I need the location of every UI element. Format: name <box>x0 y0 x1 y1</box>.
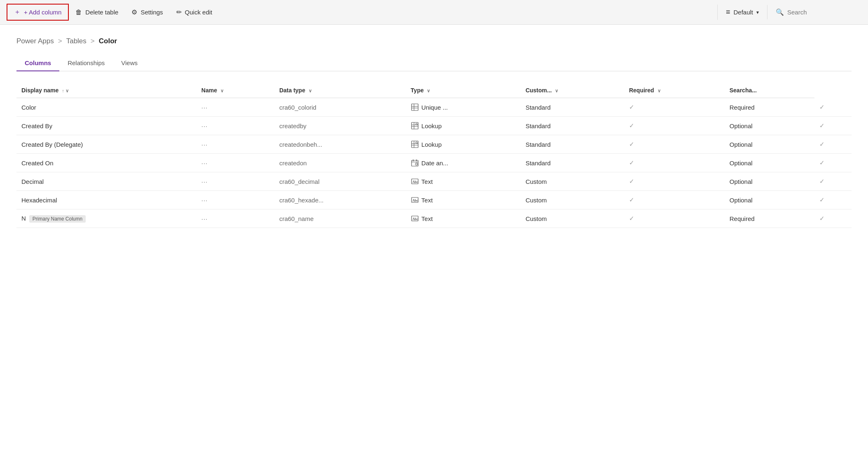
table-row: Created By···createdbyLookupStandard✓Opt… <box>16 117 852 135</box>
hamburger-icon: ≡ <box>726 8 730 16</box>
cell-custom: ✓ <box>624 154 725 172</box>
cell-custom: ✓ <box>624 172 725 191</box>
data-type-icon <box>411 122 419 130</box>
more-options-icon[interactable]: ··· <box>201 197 208 204</box>
svg-text:Abc: Abc <box>412 217 418 221</box>
breadcrumb-powerapps[interactable]: Power Apps <box>16 37 54 45</box>
cell-type: Standard <box>521 154 624 172</box>
cell-type: Standard <box>521 135 624 154</box>
cell-name: createdon <box>274 154 406 172</box>
search-input[interactable] <box>787 9 853 16</box>
display-name-text: Created On <box>21 160 54 167</box>
more-options-icon[interactable]: ··· <box>201 160 208 167</box>
data-type-icon: Abc <box>411 177 419 186</box>
tab-relationships[interactable]: Relationships <box>59 55 113 71</box>
data-type-label: Text <box>421 215 433 222</box>
custom-check-icon: ✓ <box>629 215 634 222</box>
cell-data-type: Unique ... <box>406 98 521 117</box>
searchable-check-icon: ✓ <box>819 122 825 129</box>
chevron-down-icon: ▾ <box>756 9 759 15</box>
svg-rect-0 <box>412 104 418 110</box>
cell-more-options[interactable]: ··· <box>197 98 274 117</box>
more-options-icon[interactable]: ··· <box>201 122 208 129</box>
cell-display-name: Created On <box>16 154 197 172</box>
add-column-button[interactable]: ＋ + Add column <box>7 4 69 21</box>
cell-more-options[interactable]: ··· <box>197 135 274 154</box>
svg-text:Abc: Abc <box>412 180 418 184</box>
add-column-icon: ＋ <box>14 8 21 16</box>
settings-icon: ⚙ <box>131 8 137 16</box>
required-label: Optional <box>730 141 753 148</box>
cell-more-options[interactable]: ··· <box>197 154 274 172</box>
table-header: Display name ↑ ∨ Name ∨ Data type ∨ Type… <box>16 83 852 98</box>
more-options-icon[interactable]: ··· <box>201 178 208 185</box>
col-header-required[interactable]: Required ∨ <box>624 83 725 98</box>
cell-more-options[interactable]: ··· <box>197 172 274 191</box>
data-type-icon <box>411 103 419 111</box>
display-name-text: Decimal <box>21 178 44 185</box>
cell-name: createdby <box>274 117 406 135</box>
col-header-name[interactable]: Name ∨ <box>197 83 274 98</box>
cell-name: createdonbeh... <box>274 135 406 154</box>
searchable-check-icon: ✓ <box>819 159 825 166</box>
cell-more-options[interactable]: ··· <box>197 117 274 135</box>
searchable-check-icon: ✓ <box>819 215 825 222</box>
cell-data-type: Lookup <box>406 135 521 154</box>
custom-check-icon: ✓ <box>629 103 634 110</box>
breadcrumb-tables[interactable]: Tables <box>66 37 87 45</box>
cell-required: Optional <box>725 191 815 209</box>
delete-table-button[interactable]: 🗑 Delete table <box>69 5 125 19</box>
cell-required: Optional <box>725 117 815 135</box>
col-header-searchable[interactable]: Searcha... <box>725 83 815 98</box>
default-view-button[interactable]: ≡ Default ▾ <box>718 5 767 20</box>
cell-custom: ✓ <box>624 117 725 135</box>
primary-name-badge: Primary Name Column <box>29 215 86 223</box>
required-label: Optional <box>730 122 753 129</box>
data-type-label: Date an... <box>421 160 448 167</box>
cell-more-options[interactable]: ··· <box>197 191 274 209</box>
display-name-text: Hexadecimal <box>21 197 57 204</box>
main-content: Power Apps > Tables > Color Columns Rela… <box>0 25 868 240</box>
tabs: Columns Relationships Views <box>16 55 852 71</box>
cell-type: Custom <box>521 172 624 191</box>
col-header-data-type[interactable]: Data type ∨ <box>274 83 406 98</box>
searchable-check-icon: ✓ <box>819 196 825 203</box>
quick-edit-icon: ✏ <box>176 8 182 16</box>
required-label: Optional <box>730 160 753 167</box>
more-options-icon[interactable]: ··· <box>201 215 208 222</box>
more-options-icon[interactable]: ··· <box>201 141 208 148</box>
custom-check-icon: ✓ <box>629 196 634 203</box>
col-header-custom[interactable]: Custom... ∨ <box>521 83 624 98</box>
svg-point-8 <box>416 123 417 125</box>
cell-display-name: Color <box>16 98 197 117</box>
cell-searchable: ✓ <box>814 209 852 228</box>
searchable-check-icon: ✓ <box>819 103 825 110</box>
cell-required: Optional <box>725 172 815 191</box>
custom-check-icon: ✓ <box>629 122 634 129</box>
quick-edit-button[interactable]: ✏ Quick edit <box>170 5 219 19</box>
more-options-icon[interactable]: ··· <box>201 104 208 111</box>
col-header-display-name[interactable]: Display name ↑ ∨ <box>16 83 197 98</box>
settings-button[interactable]: ⚙ Settings <box>125 5 169 19</box>
tab-columns[interactable]: Columns <box>16 55 59 71</box>
required-label: Optional <box>730 197 753 204</box>
table-row: Created On···createdonDate an...Standard… <box>16 154 852 172</box>
cell-type: Custom <box>521 209 624 228</box>
search-icon: 🔍 <box>776 8 784 16</box>
required-label: Optional <box>730 178 753 185</box>
table-row: Hexadecimal···cra60_hexade...AbcTextCust… <box>16 191 852 209</box>
cell-type: Standard <box>521 117 624 135</box>
cell-data-type: AbcText <box>406 209 521 228</box>
searchable-check-icon: ✓ <box>819 178 825 185</box>
cell-type: Standard <box>521 98 624 117</box>
col-header-type[interactable]: Type ∨ <box>406 83 521 98</box>
table-row: NPrimary Name Column···cra60_nameAbcText… <box>16 209 852 228</box>
svg-line-22 <box>416 164 417 164</box>
cell-more-options[interactable]: ··· <box>197 209 274 228</box>
cell-searchable: ✓ <box>814 172 852 191</box>
cell-custom: ✓ <box>624 209 725 228</box>
cell-searchable: ✓ <box>814 154 852 172</box>
columns-table: Display name ↑ ∨ Name ∨ Data type ∨ Type… <box>16 83 852 228</box>
tab-views[interactable]: Views <box>113 55 146 71</box>
cell-custom: ✓ <box>624 135 725 154</box>
